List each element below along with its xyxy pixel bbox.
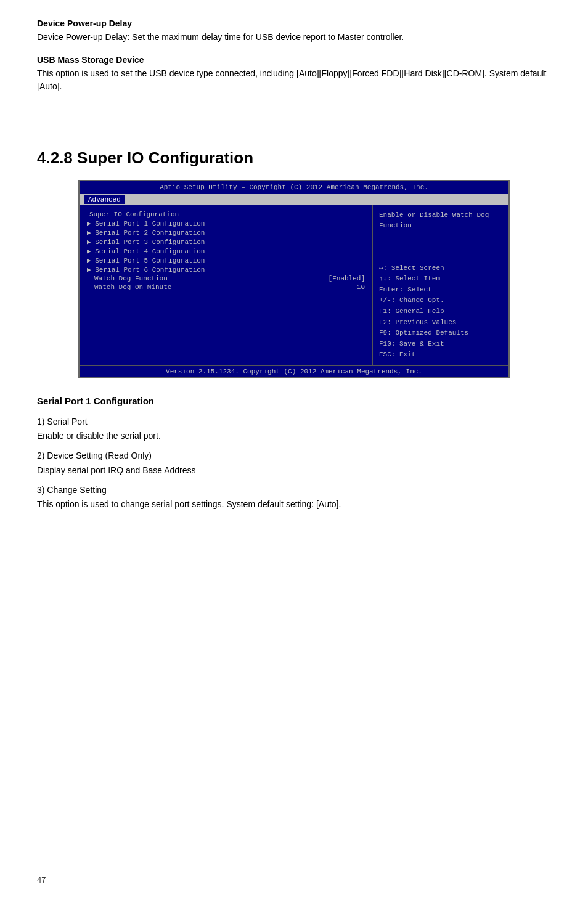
bios-divider <box>379 258 502 258</box>
bios-key-item: Enter: Select <box>379 285 502 296</box>
bios-help-text: Enable or Disable Watch Dog Function <box>379 210 502 230</box>
bios-title: Aptio Setup Utility – Copyright (C) 2012… <box>80 181 508 194</box>
usb-mass-storage-description: This option is used to set the USB devic… <box>37 67 551 93</box>
bios-body: Super IO ConfigurationSerial Port 1 Conf… <box>80 205 508 365</box>
bios-key-item: F1: General Help <box>379 306 502 317</box>
bios-key-item: ESC: Exit <box>379 349 502 361</box>
serial-port-item-number: 3) Change Setting <box>37 483 551 497</box>
section-428-heading: 4.2.8 Super IO Configuration <box>37 149 551 168</box>
serial-port-item-number: 1) Serial Port <box>37 415 551 428</box>
bios-right-panel: Enable or Disable Watch Dog Function ↔: … <box>373 205 508 365</box>
bios-menu-item: Serial Port 2 Configuration <box>87 228 365 237</box>
bios-key-item: F10: Save & Exit <box>379 339 502 350</box>
bios-key-item: ↑↓: Select Item <box>379 274 502 285</box>
serial-port-item-description: Enable or disable the serial port. <box>37 430 551 442</box>
bios-tab-bar: Advanced <box>80 194 508 205</box>
bios-menu-item: Serial Port 5 Configuration <box>87 256 365 265</box>
bios-screen: Aptio Setup Utility – Copyright (C) 2012… <box>78 180 510 378</box>
device-power-up-section: Device Power-up Delay Device Power-up De… <box>37 18 551 44</box>
serial-port-1-heading: Serial Port 1 Configuration <box>37 396 551 406</box>
page-number: 47 <box>37 875 46 884</box>
device-power-up-description: Device Power-up Delay: Set the maximum d… <box>37 31 551 44</box>
serial-port-item-number: 2) Device Setting (Read Only) <box>37 449 551 462</box>
bios-key-item: ↔: Select Screen <box>379 263 502 274</box>
bios-value-item: Watch Dog On Minute10 <box>87 283 365 291</box>
bios-menu-item: Serial Port 4 Configuration <box>87 247 365 256</box>
bios-menu-item: Serial Port 1 Configuration <box>87 219 365 228</box>
serial-port-item-description: This option is used to change serial por… <box>37 498 551 511</box>
usb-mass-storage-heading: USB Mass Storage Device <box>37 55 551 65</box>
bios-menu-item: Super IO Configuration <box>87 210 365 219</box>
bios-menu-item: Serial Port 3 Configuration <box>87 237 365 247</box>
usb-mass-storage-section: USB Mass Storage Device This option is u… <box>37 55 551 93</box>
bios-keys: ↔: Select Screen↑↓: Select ItemEnter: Se… <box>379 263 502 361</box>
serial-port-item-description: Display serial port IRQ and Base Address <box>37 464 551 477</box>
bios-tab-advanced: Advanced <box>84 195 125 204</box>
bios-left-panel: Super IO ConfigurationSerial Port 1 Conf… <box>80 205 373 365</box>
bios-key-item: F2: Previous Values <box>379 317 502 328</box>
serial-port-1-section: Serial Port 1 Configuration 1) Serial Po… <box>37 396 551 511</box>
bios-key-item: +/-: Change Opt. <box>379 295 502 306</box>
bios-value-item: Watch Dog Function[Enabled] <box>87 274 365 283</box>
serial-port-items: 1) Serial PortEnable or disable the seri… <box>37 415 551 511</box>
bios-footer: Version 2.15.1234. Copyright (C) 2012 Am… <box>80 365 508 377</box>
bios-menu-item: Serial Port 6 Configuration <box>87 265 365 274</box>
bios-key-item: F9: Optimized Defaults <box>379 328 502 339</box>
device-power-up-heading: Device Power-up Delay <box>37 18 551 28</box>
